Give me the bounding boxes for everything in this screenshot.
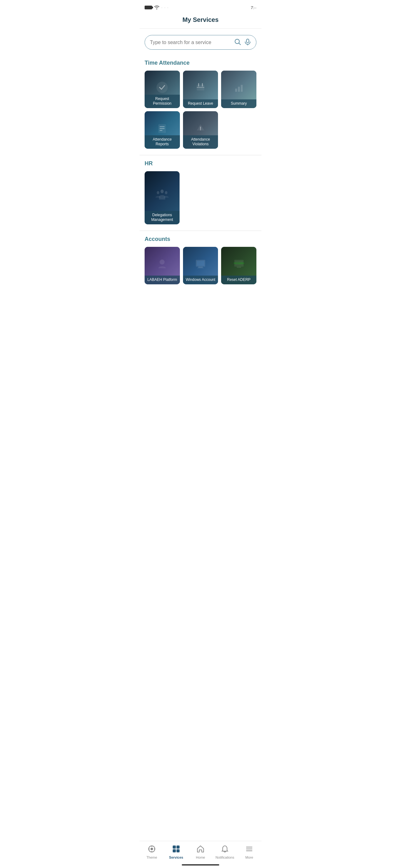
mic-icon[interactable]	[244, 38, 251, 46]
battery-icon	[144, 6, 152, 9]
svg-rect-24	[198, 267, 203, 268]
page-title: My Services	[144, 16, 257, 24]
section-time-attendance: Time Attendance Request Permission	[140, 55, 261, 149]
card-label-overlay: Windows Account	[183, 276, 218, 284]
content-area: Time Attendance Request Permission	[140, 29, 261, 319]
search-bar[interactable]	[144, 35, 257, 50]
card-label-overlay: Request Permission	[144, 95, 180, 108]
card-request-leave[interactable]: Request Leave	[183, 71, 218, 108]
svg-rect-39	[176, 849, 179, 852]
search-container	[140, 29, 261, 55]
card-attendance-violations[interactable]: Attendance Violations	[183, 111, 218, 149]
svg-point-32	[151, 845, 153, 847]
svg-point-18	[161, 190, 164, 193]
svg-rect-9	[235, 89, 237, 92]
more-icon	[245, 845, 253, 854]
time-attendance-row2: Attendance Reports Attendance Violations	[144, 111, 257, 149]
svg-rect-29	[237, 267, 241, 268]
nav-label-services: Services	[169, 856, 183, 859]
card-request-permission[interactable]: Request Permission	[144, 71, 180, 108]
services-icon	[172, 845, 180, 854]
svg-point-19	[157, 191, 159, 194]
search-input[interactable]	[150, 40, 231, 45]
card-label-overlay: Attendance Reports	[144, 135, 180, 149]
bottom-nav: Theme Services Home Notification	[140, 841, 261, 868]
svg-text:PASSWORD: PASSWORD	[234, 262, 244, 265]
card-label-overlay: LABAEH Platform	[144, 276, 180, 284]
svg-rect-25	[197, 268, 204, 269]
nav-label-home: Home	[196, 856, 205, 859]
section-title-hr: HR	[144, 160, 257, 167]
card-label-overlay: Reset ADERP	[221, 276, 257, 284]
svg-line-1	[239, 43, 241, 45]
card-attendance-reports[interactable]: Attendance Reports	[144, 111, 180, 149]
svg-rect-11	[241, 85, 243, 92]
svg-point-21	[160, 260, 165, 265]
card-label-attendance-violations: Attendance Violations	[186, 137, 216, 147]
svg-point-34	[148, 848, 149, 849]
card-label-windows-account: Windows Account	[186, 277, 216, 282]
status-left: · · ·	[144, 5, 169, 10]
svg-point-35	[154, 848, 155, 849]
search-icon[interactable]	[234, 38, 241, 46]
time-attendance-row1: Request Permission Request Leav	[144, 71, 257, 108]
card-reset-aderp[interactable]: PASSWORD Reset ADERP	[221, 247, 257, 284]
card-label-overlay: Summary	[221, 99, 257, 108]
hr-cards-row: Delegations Management	[144, 171, 257, 224]
card-label-labaeh-platform: LABAEH Platform	[147, 277, 177, 282]
card-label-request-leave: Request Leave	[186, 101, 216, 106]
nav-item-notifications[interactable]: Notifications	[213, 845, 237, 859]
card-label-overlay: Attendance Violations	[183, 135, 218, 149]
section-hr: HR	[140, 155, 261, 224]
theme-icon	[148, 845, 156, 854]
nav-item-home[interactable]: Home	[188, 845, 213, 859]
more-dots-icon: · · ·	[162, 6, 169, 9]
card-label-request-permission: Request Permission	[147, 97, 177, 106]
card-label-delegations-management: Delegations Management	[147, 213, 177, 222]
nav-item-services[interactable]: Services	[164, 845, 188, 859]
card-label-reset-aderp: Reset ADERP	[224, 277, 254, 282]
card-labaeh-platform[interactable]: LABAEH Platform	[144, 247, 180, 284]
card-label-overlay: Request Leave	[183, 99, 218, 108]
card-label-attendance-reports: Attendance Reports	[147, 137, 177, 147]
card-summary[interactable]: Summary	[221, 71, 257, 108]
section-title-accounts: Accounts	[144, 236, 257, 243]
home-indicator	[182, 864, 219, 866]
svg-rect-2	[246, 39, 249, 43]
svg-point-17	[200, 129, 201, 130]
svg-point-33	[151, 851, 153, 852]
card-label-overlay: Delegations Management	[144, 211, 179, 224]
card-windows-account[interactable]: Windows Account	[183, 247, 218, 284]
svg-rect-36	[173, 845, 176, 849]
nav-label-notifications: Notifications	[215, 856, 234, 859]
svg-point-20	[165, 191, 167, 194]
svg-rect-23	[197, 261, 204, 266]
status-bar: · · · 7:··	[140, 0, 261, 14]
svg-point-31	[151, 848, 153, 850]
home-icon	[196, 845, 205, 854]
svg-rect-37	[176, 845, 179, 849]
nav-item-more[interactable]: More	[237, 845, 261, 859]
card-delegations-management[interactable]: Delegations Management	[144, 171, 179, 224]
svg-point-4	[157, 82, 168, 93]
nav-label-theme: Theme	[146, 856, 157, 859]
svg-rect-5	[197, 85, 204, 91]
svg-rect-10	[238, 87, 240, 92]
nav-item-theme[interactable]: Theme	[140, 845, 164, 859]
wifi-icon	[154, 5, 160, 10]
section-accounts: Accounts LABAEH Platform	[140, 231, 261, 284]
nav-label-more: More	[245, 856, 253, 859]
accounts-cards-row: LABAEH Platform Windows Account	[144, 247, 257, 284]
section-title-time-attendance: Time Attendance	[144, 60, 257, 66]
notifications-icon	[221, 845, 229, 854]
status-time: 7:··	[251, 5, 257, 10]
svg-rect-38	[173, 849, 176, 852]
page-header: My Services	[140, 14, 261, 29]
card-label-summary: Summary	[224, 101, 254, 106]
